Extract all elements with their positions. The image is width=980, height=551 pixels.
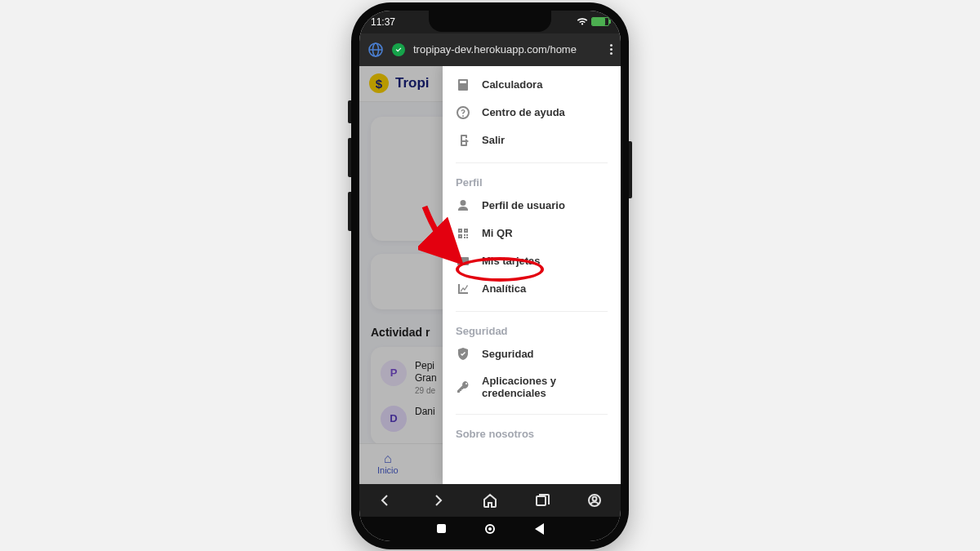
url-bar[interactable]: tropipay-dev.herokuapp.com/home (413, 43, 602, 56)
user-icon (456, 198, 470, 213)
android-back-icon[interactable] (533, 523, 545, 535)
calculator-icon (456, 78, 470, 92)
key-icon (456, 380, 470, 394)
home-icon: ⌂ (377, 452, 399, 465)
divider (456, 414, 608, 415)
status-time: 11:37 (371, 16, 395, 28)
drawer-item-help[interactable]: Centro de ayuda (443, 99, 621, 127)
wifi-icon (577, 18, 588, 26)
drawer-item-label: Mi QR (482, 227, 513, 239)
drawer-item-calculator[interactable]: Calculadora (443, 71, 621, 99)
nav-tabs-icon[interactable] (533, 491, 551, 509)
avatar: D (381, 406, 407, 432)
logout-icon (456, 133, 470, 148)
drawer-item-label: Aplicaciones y credenciales (482, 375, 608, 399)
drawer-section-title: Perfil (443, 171, 621, 192)
nav-home[interactable]: ⌂ Inicio (377, 452, 399, 475)
drawer-item-logout[interactable]: Salir (443, 127, 621, 154)
drawer-item-card[interactable]: Mis tarjetas (443, 247, 621, 275)
drawer-item-label: Seguridad (482, 348, 534, 360)
screen: 11:37 tropipay-dev.herokuapp.com/home $ … (359, 11, 621, 541)
brand-logo-icon: $ (369, 73, 389, 93)
drawer-section-title: Sobre nosotros (443, 423, 621, 443)
card-icon (456, 254, 470, 269)
help-icon (456, 105, 470, 120)
nav-forward-icon[interactable] (429, 491, 447, 509)
qr-icon (456, 226, 470, 241)
drawer-item-label: Salir (482, 134, 505, 146)
nav-back-icon[interactable] (376, 491, 394, 509)
drawer-item-qr[interactable]: Mi QR (443, 220, 621, 247)
browser-nav (359, 484, 621, 517)
nav-profile-icon[interactable] (586, 491, 604, 509)
browser-bar: tropipay-dev.herokuapp.com/home (359, 33, 621, 66)
nav-home-icon[interactable] (481, 491, 499, 509)
svg-point-4 (593, 496, 597, 500)
side-drawer[interactable]: CalculadoraCentro de ayudaSalirPerfilPer… (443, 66, 621, 484)
phone-frame: 11:37 tropipay-dev.herokuapp.com/home $ … (351, 2, 629, 549)
drawer-item-label: Perfil de usuario (482, 199, 565, 211)
brand-name: Tropi (395, 75, 430, 91)
avatar: P (381, 360, 407, 386)
drawer-item-chart[interactable]: Analítica (443, 275, 621, 303)
android-home-icon[interactable] (484, 523, 496, 535)
android-nav (359, 517, 621, 541)
secure-badge-icon (392, 43, 405, 56)
drawer-item-label: Analítica (482, 282, 526, 295)
drawer-item-user[interactable]: Perfil de usuario (443, 192, 621, 220)
divider (456, 311, 608, 312)
drawer-item-label: Centro de ayuda (482, 106, 565, 118)
chart-icon (456, 282, 470, 296)
drawer-section-title: Seguridad (443, 320, 621, 340)
svg-rect-2 (537, 496, 546, 505)
drawer-item-label: Mis tarjetas (482, 255, 541, 267)
android-recent-icon[interactable] (435, 523, 447, 535)
drawer-item-label: Calculadora (482, 78, 542, 91)
battery-icon (591, 17, 609, 26)
globe-icon[interactable] (368, 42, 384, 58)
divider (456, 162, 608, 163)
drawer-item-shield[interactable]: Seguridad (443, 340, 621, 368)
status-indicators (577, 17, 609, 26)
shield-icon (456, 347, 470, 362)
drawer-item-key[interactable]: Aplicaciones y credenciales (443, 368, 621, 406)
browser-menu-icon[interactable] (610, 44, 612, 55)
